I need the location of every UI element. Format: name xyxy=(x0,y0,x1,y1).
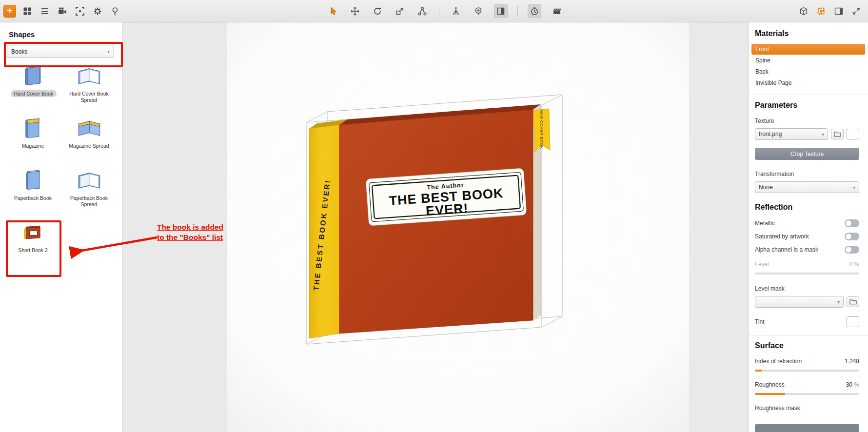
balloon-tool-icon xyxy=(473,6,483,16)
fullscreen-icon xyxy=(851,6,861,16)
scene-svg: THE BEST BOOK EVER! MAG COVER BOOK The A… xyxy=(122,22,749,432)
crop-texture-button[interactable]: Crop Texture xyxy=(755,148,859,160)
settings-button[interactable] xyxy=(91,4,104,18)
select-tool-button[interactable] xyxy=(326,4,339,18)
shape-item-hard-cover-book[interactable]: Hard Cover Book xyxy=(5,64,61,116)
balloon-tool-button[interactable] xyxy=(472,4,485,18)
hierarchy-tool-button[interactable] xyxy=(415,4,429,18)
animation-button[interactable] xyxy=(550,4,564,18)
plumb-tool-button[interactable] xyxy=(449,4,463,18)
viewfinder-button[interactable] xyxy=(73,4,87,18)
move-tool-icon xyxy=(350,6,360,16)
move-tool-button[interactable] xyxy=(348,4,362,18)
video-camera-button[interactable] xyxy=(56,4,69,18)
list-view-button[interactable] xyxy=(38,4,52,18)
add-shape-button[interactable]: + xyxy=(3,4,17,18)
materials-button[interactable] xyxy=(814,4,828,18)
level-slider[interactable] xyxy=(755,273,859,275)
ior-value: 1.248 xyxy=(845,358,859,365)
material-layer-invisible-page[interactable]: Invisible Page xyxy=(751,78,865,88)
material-layer-spine[interactable]: Spine xyxy=(751,55,865,66)
transformation-select[interactable]: None ▾ xyxy=(755,181,859,193)
book-title-line2: EVER! xyxy=(425,201,469,218)
level-mask-browse-button[interactable] xyxy=(847,296,859,307)
contrast-tool-button[interactable] xyxy=(494,4,508,18)
materials-panel: Materials Front Spine Back Invisible Pag… xyxy=(748,22,868,432)
lamp-button[interactable] xyxy=(108,4,122,18)
transformation-label: Transformation xyxy=(755,171,859,177)
surface-title: Surface xyxy=(755,341,859,350)
saturated-label: Saturated by artwork xyxy=(755,233,809,240)
shape-item-paperback-book[interactable]: Paperback Book xyxy=(5,168,61,220)
shape-item-short-book-2[interactable]: Short Book 2 xyxy=(5,220,61,273)
shapes-grid: Hard Cover Book Hard Cover Book Spread M… xyxy=(0,58,122,273)
texture-select-value: front.png xyxy=(759,131,782,137)
scale-tool-button[interactable] xyxy=(393,4,407,18)
panels-button[interactable] xyxy=(832,4,846,18)
toggle-knob xyxy=(846,234,851,239)
texture-color-swatch[interactable] xyxy=(847,129,859,139)
shape-item-paperback-book-spread[interactable]: Paperback Book Spread xyxy=(61,168,117,220)
shape-item-label: Paperback Book Spread xyxy=(67,195,112,208)
rotate-tool-button[interactable] xyxy=(371,4,384,18)
ior-label: Index of refraction xyxy=(755,358,802,365)
list-view-icon xyxy=(40,6,50,16)
shapes-category-value: Books xyxy=(11,48,27,55)
saturated-toggle[interactable] xyxy=(845,233,859,240)
material-layers-list: Front Spine Back Invisible Page xyxy=(751,44,865,88)
surface-section: Surface Index of refraction 1.248 Roughn… xyxy=(749,341,868,412)
viewport-canvas[interactable]: THE BEST BOOK EVER! MAG COVER BOOK The A… xyxy=(122,22,749,432)
alpha-mask-toggle[interactable] xyxy=(845,246,859,254)
roughness-slider[interactable] xyxy=(755,393,859,395)
contrast-tool-icon xyxy=(496,6,506,16)
magazine-icon xyxy=(20,116,46,141)
tint-color-swatch[interactable] xyxy=(847,316,859,327)
alpha-mask-label: Alpha channel is a mask xyxy=(755,246,818,253)
bookmark-ribbon: MAG COVER BOOK xyxy=(533,109,550,152)
texture-browse-button[interactable] xyxy=(831,129,844,139)
tint-label: Tint xyxy=(755,318,765,325)
clapperboard-icon xyxy=(552,6,562,16)
toolbar-left-group: + xyxy=(3,0,122,22)
roughness-slider-fill xyxy=(755,393,785,395)
rotate-tool-icon xyxy=(373,6,382,16)
texture-label: Texture xyxy=(755,118,859,124)
hard-cover-book-icon xyxy=(20,64,46,89)
book-object[interactable]: THE BEST BOOK EVER! MAG COVER BOOK The A… xyxy=(309,104,550,338)
ior-slider-fill xyxy=(755,370,762,372)
folder-icon xyxy=(849,299,857,305)
shape-item-label: Hard Cover Book xyxy=(11,91,56,97)
level-mask-label: Level mask xyxy=(755,285,859,292)
material-sphere-icon xyxy=(816,6,827,17)
shape-item-label: Short Book 2 xyxy=(18,247,48,254)
level-mask-select[interactable]: ▾ xyxy=(755,296,844,308)
metallic-toggle[interactable] xyxy=(845,219,859,227)
grid-view-button[interactable] xyxy=(20,4,34,18)
texture-select[interactable]: front.png ▾ xyxy=(755,128,828,140)
book-front-cover xyxy=(339,110,533,334)
timer-button[interactable] xyxy=(528,4,541,18)
toolbar-separator xyxy=(439,6,439,17)
roughness-mask-select[interactable] xyxy=(755,424,859,432)
shape-item-magazine-spread[interactable]: Magazine Spread xyxy=(61,116,117,168)
shapes-sidebar: Shapes Books ▾ Hard Cover Book Hard Cove… xyxy=(0,22,122,432)
chevron-down-icon: ▾ xyxy=(837,299,840,305)
reflection-title: Reflection xyxy=(755,203,859,212)
shape-item-magazine[interactable]: Magazine xyxy=(5,116,61,168)
shapes-category-dropdown[interactable]: Books ▾ xyxy=(7,45,114,58)
fullscreen-button[interactable] xyxy=(849,4,863,18)
paperback-book-spread-icon xyxy=(77,168,102,194)
parameters-section: Parameters Texture front.png ▾ Crop Text… xyxy=(749,101,868,327)
roughness-value: 30 xyxy=(846,381,852,388)
scale-tool-icon xyxy=(395,6,405,16)
shape-item-hard-cover-book-spread[interactable]: Hard Cover Book Spread xyxy=(61,64,117,116)
ior-slider[interactable] xyxy=(755,370,859,372)
material-layer-back[interactable]: Back xyxy=(751,66,865,77)
viewfinder-icon xyxy=(75,6,85,16)
cube-icon xyxy=(799,6,809,16)
material-layer-front[interactable]: Front xyxy=(751,44,865,55)
shape-item-label: Hard Cover Book Spread xyxy=(67,91,112,103)
roughness-label: Roughness xyxy=(755,381,785,388)
scene-3d-button[interactable] xyxy=(797,4,810,18)
level-label: Level xyxy=(755,261,769,268)
